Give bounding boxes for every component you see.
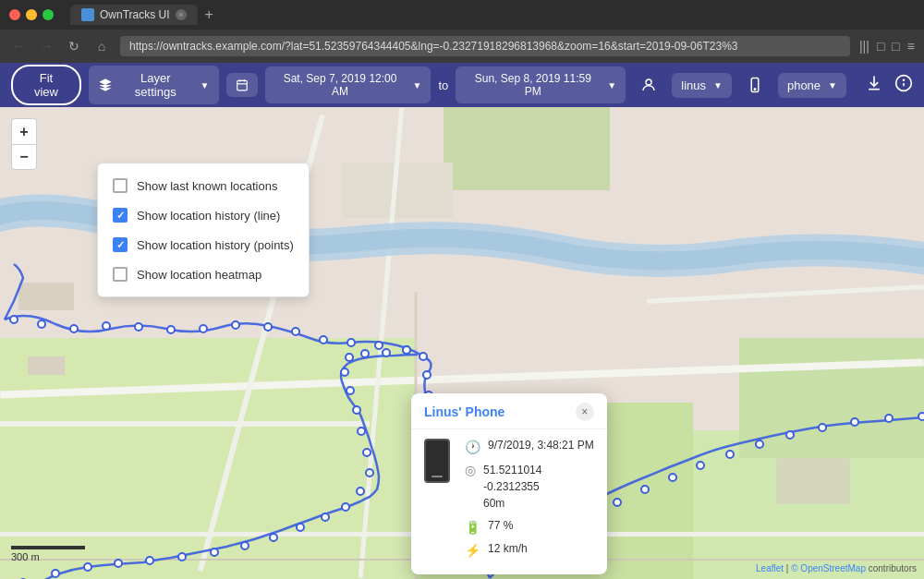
toolbar: Fit view Layer settings ▼ Sat, Sep 7, 20… [0,63,924,107]
layer-item-history-points[interactable]: Show location history (points) [98,230,309,259]
popup-accuracy: 60m [483,495,541,512]
layer-settings-button[interactable]: Layer settings ▼ [89,66,219,104]
popup-battery-row: 🔋 77 % [465,519,594,535]
speed-icon: ⚡ [465,543,480,558]
layer-item-last-known[interactable]: Show last known locations [98,171,309,200]
popup-battery: 77 % [488,519,513,532]
phone-device-icon [747,77,763,93]
zoom-in-button[interactable]: + [11,118,37,144]
person-icon [640,77,657,93]
clock-icon: 🕐 [465,440,480,454]
battery-icon: 🔋 [465,520,480,535]
refresh-button[interactable]: ↻ [65,39,83,54]
svg-point-6 [754,89,756,90]
fit-view-button[interactable]: Fit view [11,65,81,105]
download-button[interactable] [865,74,883,97]
device-name-arrow: ▼ [828,80,837,90]
traffic-light-green[interactable] [43,9,54,20]
username-button[interactable]: linus ▼ [672,73,732,98]
new-tab-button[interactable]: + [205,6,213,23]
back-button[interactable]: ← [9,39,28,54]
layer-label-heatmap: Show location heatmap [137,268,261,282]
url-bar[interactable]: https://owntracks.example.com/?lat=51.52… [120,36,850,56]
scale-label: 300 m [11,551,40,562]
popup-info: 🕐 9/7/2019, 3:48:21 PM ◎ 51.5211014 -0.2… [465,439,594,565]
tab-close-btn[interactable]: × [176,9,187,20]
scale-ruler [11,546,85,549]
tab-title: OwnTracks UI [100,8,170,21]
device-name-label: phone [787,78,821,92]
popup-body: 🕐 9/7/2019, 3:48:21 PM ◎ 51.5211014 -0.2… [411,429,607,574]
device-icon-btn[interactable] [739,71,771,99]
addressbar: ← → ↻ ⌂ https://owntracks.example.com/?l… [0,30,924,63]
date-to-arrow: ▼ [607,80,616,90]
scale-bar: 300 m [11,546,85,562]
checkbox-last-known[interactable] [113,178,128,193]
svg-rect-14 [739,338,924,458]
reading-list-icon[interactable]: ||| [859,39,869,54]
osm-link[interactable]: © OpenStreetMap [791,563,866,573]
popup-datetime-row: 🕐 9/7/2019, 3:48:21 PM [465,439,594,454]
layer-label-history-points: Show location history (points) [137,238,294,252]
layer-item-heatmap[interactable]: Show location heatmap [98,259,309,289]
home-button[interactable]: ⌂ [92,39,111,54]
leaflet-link[interactable]: Leaflet [756,563,784,573]
menu-icon[interactable]: ≡ [907,39,915,54]
download-icon [865,74,883,92]
date-from-label: Sat, Sep 7, 2019 12:00 AM [274,72,407,98]
to-label: to [438,78,448,92]
popup-device-image [424,439,454,565]
username-label: linus [681,78,706,92]
date-from-button[interactable]: Sat, Sep 7, 2019 12:00 AM ▼ [265,66,432,103]
calendar-icon [236,78,249,91]
date-to-label: Sun, Sep 8, 2019 11:59 PM [465,72,601,98]
scale-line: 300 m [11,546,85,562]
checkbox-heatmap[interactable] [113,267,128,282]
tab-favicon [81,8,94,21]
popup-header: Linus' Phone × [411,393,607,429]
svg-rect-24 [28,356,65,375]
popup-location-row: ◎ 51.5211014 -0.2312355 60m [465,462,594,512]
layers-icon [98,78,113,92]
traffic-light-red[interactable] [9,9,20,20]
layer-item-history-line[interactable]: Show location history (line) [98,200,309,230]
info-button[interactable] [894,74,913,97]
browser-icons: ||| □ □ ≡ [859,39,915,54]
popup-coordinates: 51.5211014 -0.2312355 60m [483,462,541,512]
svg-rect-0 [237,80,247,90]
user-button[interactable] [633,71,664,99]
popup-datetime: 9/7/2019, 3:48:21 PM [488,439,594,452]
svg-rect-25 [776,458,850,504]
map-container[interactable]: Show last known locations Show location … [0,107,924,579]
popup-speed: 12 km/h [488,542,528,555]
checkbox-history-line[interactable] [113,208,128,223]
popup-title: Linus' Phone [424,404,505,419]
tab-bar: OwnTracks UI × + [70,5,915,25]
zoom-out-button[interactable]: − [11,144,37,170]
map-attribution: Leaflet | © OpenStreetMap contributors [756,563,917,573]
location-popup: Linus' Phone × 🕐 9/7/2019, 3:48:21 PM ◎ … [411,393,607,574]
share-icon[interactable]: □ [877,39,884,54]
attribution-contributors: contributors [869,563,917,573]
calendar-icon-btn[interactable] [226,73,258,97]
popup-lat: 51.5211014 [483,462,541,478]
active-tab[interactable]: OwnTracks UI × [70,5,198,25]
device-name-button[interactable]: phone ▼ [778,73,846,98]
phone-image [424,439,450,483]
checkbox-history-points[interactable] [113,237,128,252]
svg-rect-18 [0,421,370,427]
date-to-button[interactable]: Sun, Sep 8, 2019 11:59 PM ▼ [456,66,626,103]
zoom-controls: + − [11,118,37,170]
svg-rect-15 [444,107,610,190]
popup-close-button[interactable]: × [576,403,594,421]
tab-overview-icon[interactable]: □ [892,39,899,54]
popup-speed-row: ⚡ 12 km/h [465,542,594,558]
date-from-arrow: ▼ [413,80,422,90]
layer-label-history-line: Show location history (line) [137,209,280,223]
layer-label-last-known: Show last known locations [137,179,277,193]
layer-settings-arrow: ▼ [201,80,210,90]
forward-button[interactable]: → [37,39,55,54]
traffic-light-yellow[interactable] [26,9,37,20]
svg-rect-23 [18,283,74,310]
layer-dropdown: Show last known locations Show location … [97,163,310,297]
